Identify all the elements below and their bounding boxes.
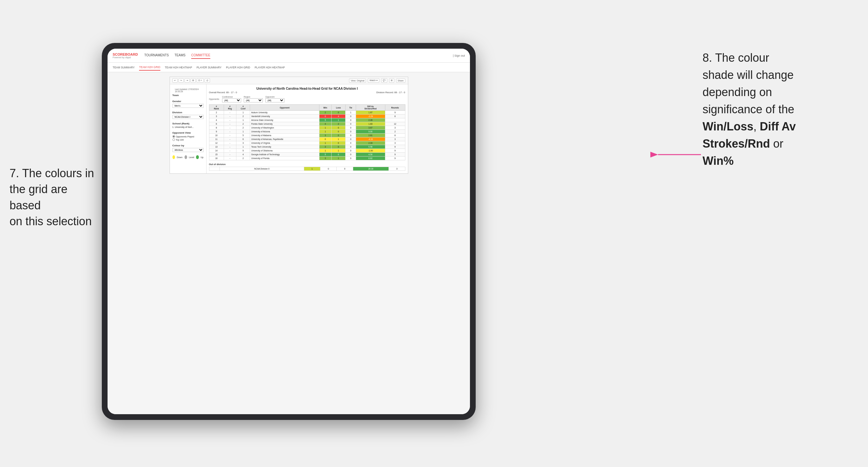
- col-diff: Diff AvStrokes/Rnd: [356, 105, 385, 111]
- cell-loss: 0: [331, 141, 345, 145]
- colour-by-label: Colour by: [173, 144, 204, 147]
- cell-tie: 0: [345, 149, 356, 153]
- table-row: 16-2University of Florida3106.629: [209, 157, 405, 160]
- cell-reg: -: [224, 126, 236, 130]
- col-win: Win: [319, 105, 331, 111]
- paste-button[interactable]: ⊡ +: [197, 78, 204, 83]
- out-of-division-section: Out of division NCAA Division II 1 0 0: [209, 163, 405, 171]
- cell-diff: -2.29: [356, 115, 385, 118]
- cell-conf: 1: [236, 111, 250, 115]
- share-button[interactable]: Share: [396, 79, 405, 83]
- conference-select[interactable]: (All): [222, 98, 241, 102]
- cell-conf: 2: [236, 122, 250, 126]
- cell-diff: -1.00: [356, 149, 385, 153]
- gender-label: Gender: [173, 100, 204, 103]
- layout-button[interactable]: ⊞: [389, 78, 394, 83]
- cell-opponent: University of Florida: [250, 157, 319, 160]
- gender-select[interactable]: Men's: [173, 104, 204, 108]
- cell-tie: 0: [345, 137, 356, 141]
- nav-committee[interactable]: COMMITTEE: [191, 52, 210, 59]
- cell-conf: 4: [236, 153, 250, 157]
- cell-loss: 4: [331, 115, 345, 118]
- ood-rounds: 3: [389, 167, 405, 171]
- table-row: 4-1Arizona State University5102.28: [209, 118, 405, 122]
- cell-rounds: 3: [385, 137, 405, 141]
- cell-rounds: [385, 118, 405, 122]
- cell-rank: 3: [209, 115, 224, 118]
- cell-tie: 0: [345, 134, 356, 137]
- filter-row: Opponents: Conference (All) Region (: [209, 96, 405, 102]
- radio-dot-opponents-played: [173, 135, 175, 138]
- table-row: 6-2Florida State University4201.8312: [209, 122, 405, 126]
- subnav-player-h2h-grid[interactable]: PLAYER H2H GRID: [226, 65, 250, 70]
- radio-top-100[interactable]: Top 100: [173, 138, 204, 141]
- comment-button[interactable]: 💬: [381, 78, 387, 83]
- conference-filter-label: Conference: [222, 96, 241, 98]
- cell-opponent: Auburn University: [250, 111, 319, 115]
- cell-diff: 1.83: [356, 122, 385, 126]
- subnav-player-summary[interactable]: PLAYER SUMMARY: [197, 65, 222, 70]
- cell-opponent: University of Arkansas, Fayetteville: [250, 137, 319, 141]
- panel: ↩ ↪ ⇥ ⊞ ⊡ + ⏱ View: Original Watch ▾ 💬 ⊞…: [169, 77, 408, 174]
- cell-tie: 0: [345, 130, 356, 134]
- cell-rounds: 3: [385, 126, 405, 130]
- cell-win: 1: [319, 141, 331, 145]
- table-header-row: #Rank #Reg #Conf Opponent Win Loss Tie D…: [209, 105, 405, 111]
- region-select[interactable]: (All): [244, 98, 263, 102]
- nav-tournaments[interactable]: TOURNAMENTS: [144, 52, 168, 59]
- cell-reg: -: [224, 130, 236, 134]
- region-filter: Region (All): [244, 96, 263, 102]
- nav-teams[interactable]: TEAMS: [175, 52, 186, 59]
- watch-button[interactable]: Watch ▾: [368, 78, 379, 83]
- main-content: ↩ ↪ ⇥ ⊞ ⊡ + ⏱ View: Original Watch ▾ 💬 ⊞…: [107, 72, 470, 414]
- cell-rounds: 3: [385, 141, 405, 145]
- colour-by-select[interactable]: Win/loss: [173, 148, 204, 152]
- subnav-team-h2h-grid[interactable]: TEAM H2H GRID: [139, 64, 160, 71]
- table-row: 13-1Texas Tech University3005.569: [209, 145, 405, 149]
- cell-tie: 0: [345, 157, 356, 160]
- cell-win: 3: [319, 134, 331, 137]
- cell-win: 0: [319, 115, 331, 118]
- table-row: 3-2Vanderbilt University040-2.298: [209, 115, 405, 118]
- overall-record: Overall Record: 89 - 17 - 0: [209, 91, 237, 94]
- undo-button[interactable]: ↩: [173, 78, 178, 83]
- cell-reg: -: [224, 111, 236, 115]
- cell-rank: 15: [209, 153, 224, 157]
- radio-opponents-played[interactable]: Opponents Played: [173, 135, 204, 138]
- division-select[interactable]: NCAA Division I: [173, 115, 204, 119]
- legend-up-label: Up: [201, 156, 204, 158]
- cell-conf: 1: [236, 118, 250, 122]
- cell-conf: 1: [236, 130, 250, 134]
- cell-rounds: 9: [385, 157, 405, 160]
- legend-up-dot: [196, 155, 198, 159]
- cell-rounds: 9: [385, 153, 405, 157]
- subnav-team-h2h-heatmap[interactable]: TEAM H2H HEATMAP: [165, 65, 192, 70]
- cell-tie: 0: [345, 145, 356, 149]
- view-original-button[interactable]: View: Original: [349, 79, 366, 83]
- cell-rounds: 9: [385, 111, 405, 115]
- legend-down-dot: [173, 155, 175, 159]
- subnav-player-h2h-heatmap[interactable]: PLAYER H2H HEATMAP: [254, 65, 285, 70]
- ood-tie: 0: [337, 167, 353, 171]
- cell-conf: 2: [236, 115, 250, 118]
- time-button[interactable]: ⏱: [205, 78, 210, 83]
- forward-button[interactable]: ⇥: [185, 78, 190, 83]
- cell-rank: 8: [209, 126, 224, 130]
- grid-title: University of North Carolina Head-to-Hea…: [209, 87, 405, 90]
- opponent-filter: Opponent (All): [266, 96, 284, 102]
- table-row: 8-2University of Washington1003.673: [209, 126, 405, 130]
- panel-body: Last Updated: 27/03/2024 16:55:28 Team G…: [170, 84, 408, 174]
- sign-out[interactable]: | Sign out: [453, 54, 465, 57]
- legend-down-label: Down: [177, 156, 183, 158]
- table-row: 10-5University of Alabama3002.618: [209, 134, 405, 137]
- grid-subtitle: Overall Record: 89 - 17 - 0 Division Rec…: [209, 91, 405, 94]
- copy-button[interactable]: ⊞: [191, 78, 196, 83]
- cell-rank: 4: [209, 118, 224, 122]
- subnav-team-summary[interactable]: TEAM SUMMARY: [113, 65, 134, 70]
- cell-conf: 3: [236, 141, 250, 145]
- redo-button[interactable]: ↪: [179, 78, 184, 83]
- cell-conf: 5: [236, 134, 250, 137]
- sidebar-gender-section: Gender Men's: [173, 100, 204, 108]
- cell-diff: 2.33: [356, 141, 385, 145]
- opponent-select[interactable]: (All): [266, 98, 284, 102]
